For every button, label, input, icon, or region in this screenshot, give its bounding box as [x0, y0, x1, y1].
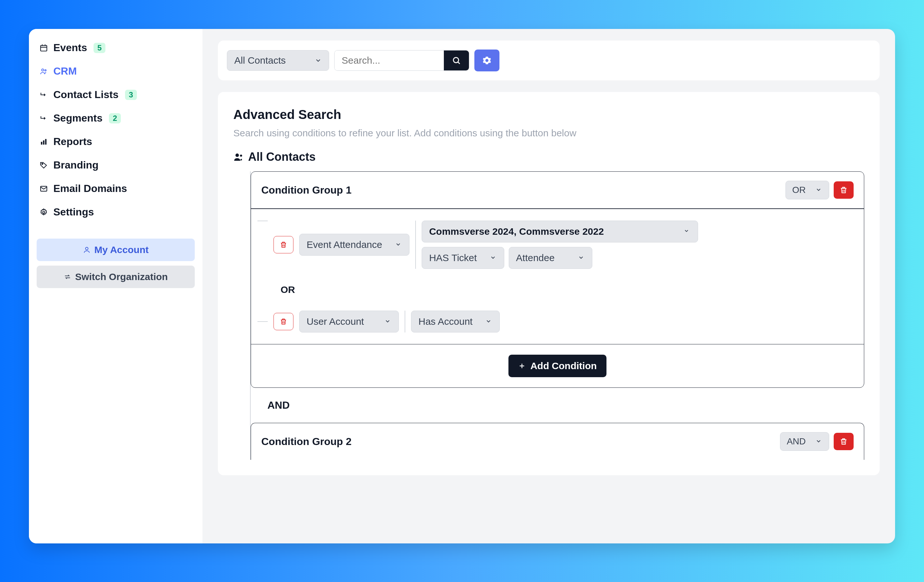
- tag-icon: [39, 161, 48, 170]
- delete-group-1-button[interactable]: [834, 181, 854, 199]
- sidebar-nav: Events 5 CRM Contact Lists 3: [36, 36, 195, 223]
- contacts-filter-select[interactable]: All Contacts: [227, 50, 329, 71]
- chevron-down-icon: [315, 57, 322, 64]
- events-value: Commsverse 2024, Commsverse 2022: [429, 226, 604, 237]
- svg-point-12: [86, 247, 88, 250]
- group-1-logic-value: OR: [792, 185, 806, 195]
- sidebar-item-email-domains[interactable]: Email Domains: [36, 177, 195, 200]
- add-condition-button[interactable]: Add Condition: [508, 355, 606, 377]
- sidebar-item-branding[interactable]: Branding: [36, 154, 195, 176]
- advanced-search-title: Advanced Search: [233, 107, 864, 122]
- delete-condition-button[interactable]: [274, 313, 294, 330]
- toolbar: All Contacts: [218, 41, 879, 80]
- condition-field-select[interactable]: Event Attendance: [299, 234, 409, 256]
- switch-organization-label: Switch Organization: [75, 271, 168, 282]
- contacts-header: All Contacts: [233, 150, 864, 164]
- main-content: All Contacts Advanced Search: [203, 29, 895, 543]
- people-icon: [39, 67, 48, 76]
- chevron-down-icon: [578, 255, 585, 261]
- sidebar-item-label: Segments: [53, 112, 102, 124]
- events-multiselect[interactable]: Commsverse 2024, Commsverse 2022: [422, 221, 698, 243]
- contacts-filter-value: All Contacts: [234, 55, 286, 66]
- ticket-op-select[interactable]: HAS Ticket: [422, 247, 504, 269]
- sidebar-badge: 5: [94, 43, 106, 53]
- sidebar-item-events[interactable]: Events 5: [36, 36, 195, 59]
- account-op-select[interactable]: Has Account: [411, 311, 500, 332]
- my-account-label: My Account: [94, 245, 149, 255]
- sidebar-item-crm[interactable]: CRM: [36, 60, 195, 82]
- chart-icon: [39, 137, 48, 146]
- conditions-tree: Condition Group 1 OR: [250, 171, 864, 460]
- group-2-title: Condition Group 2: [261, 436, 351, 448]
- account-op-value: Has Account: [419, 316, 472, 327]
- chevron-down-icon: [684, 228, 691, 235]
- sidebar-item-label: Contact Lists: [53, 89, 119, 101]
- ticket-op-value: HAS Ticket: [429, 252, 477, 263]
- svg-point-15: [236, 154, 239, 157]
- sidebar-item-reports[interactable]: Reports: [36, 131, 195, 153]
- chevron-down-icon: [815, 438, 822, 445]
- settings-button[interactable]: [474, 50, 500, 71]
- app-window: Events 5 CRM Contact Lists 3: [29, 29, 895, 543]
- condition-field-select[interactable]: User Account: [299, 311, 399, 332]
- separator: [415, 221, 416, 269]
- group-2-controls: AND: [780, 432, 854, 451]
- group-2-logic-value: AND: [787, 436, 806, 446]
- condition-group-2: Condition Group 2 AND: [251, 423, 864, 460]
- chevron-down-icon: [490, 255, 497, 261]
- svg-point-4: [42, 69, 44, 71]
- delete-condition-button[interactable]: [274, 236, 294, 253]
- trash-icon: [280, 241, 287, 248]
- search-input[interactable]: [335, 50, 444, 70]
- search-wrap: [334, 50, 469, 71]
- gear-icon: [482, 56, 492, 65]
- condition-row: Event Attendance Commsverse 2024, Commsv…: [257, 221, 852, 269]
- group-2-logic-select[interactable]: AND: [780, 432, 829, 451]
- search-button[interactable]: [444, 50, 469, 70]
- my-account-button[interactable]: My Account: [36, 238, 195, 261]
- sidebar-item-label: Settings: [53, 206, 94, 218]
- trash-icon: [840, 437, 848, 446]
- chevron-down-icon: [395, 241, 402, 248]
- sidebar-item-settings[interactable]: Settings: [36, 201, 195, 223]
- condition-row: User Account Has Account: [257, 311, 852, 332]
- trash-icon: [840, 186, 848, 194]
- chevron-down-icon: [384, 318, 391, 325]
- delete-group-2-button[interactable]: [834, 433, 854, 450]
- calendar-icon: [39, 43, 48, 53]
- sidebar-item-segments[interactable]: Segments 2: [36, 107, 195, 129]
- role-select[interactable]: Attendee: [509, 247, 592, 269]
- sidebar-item-label: Reports: [53, 136, 92, 147]
- contacts-header-label: All Contacts: [248, 150, 315, 164]
- advanced-search-subtitle: Search using conditions to refine your l…: [233, 128, 864, 139]
- condition-group-1: Condition Group 1 OR: [251, 171, 864, 388]
- trash-icon: [280, 318, 287, 326]
- separator: [404, 311, 405, 332]
- between-logic-label: AND: [251, 388, 864, 423]
- inner-or-label: OR: [257, 269, 852, 311]
- svg-point-13: [454, 58, 459, 63]
- add-condition-label: Add Condition: [530, 360, 597, 371]
- sidebar-badge: 2: [109, 113, 121, 124]
- svg-rect-8: [45, 139, 46, 144]
- svg-rect-6: [41, 142, 42, 145]
- svg-line-14: [458, 62, 460, 64]
- svg-point-11: [43, 211, 45, 213]
- sidebar-badge: 3: [125, 90, 137, 100]
- role-value: Attendee: [516, 252, 555, 263]
- group-1-header: Condition Group 1 OR: [251, 172, 864, 209]
- search-icon: [452, 56, 461, 65]
- svg-point-5: [45, 69, 46, 71]
- svg-point-16: [240, 155, 243, 157]
- switch-organization-button[interactable]: Switch Organization: [36, 266, 195, 288]
- condition-right: Commsverse 2024, Commsverse 2022 HAS Tic…: [422, 221, 698, 269]
- svg-rect-7: [43, 140, 45, 144]
- condition-left: User Account: [274, 311, 399, 332]
- sidebar-item-contact-lists[interactable]: Contact Lists 3: [36, 84, 195, 106]
- sidebar-actions: My Account Switch Organization: [36, 238, 195, 288]
- mail-icon: [39, 184, 48, 193]
- condition-field-value: User Account: [307, 316, 364, 327]
- condition-field-value: Event Attendance: [307, 239, 382, 250]
- group-1-logic-select[interactable]: OR: [785, 181, 829, 199]
- swap-icon: [64, 273, 71, 281]
